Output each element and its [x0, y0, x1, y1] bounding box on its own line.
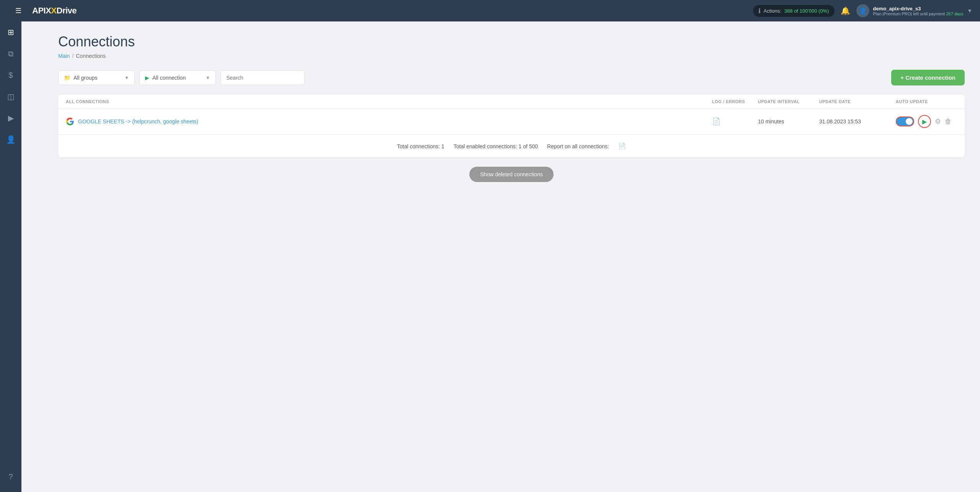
menu-icon: ☰	[15, 7, 21, 15]
connections-icon: ⧉	[8, 49, 13, 58]
connection-name-cell: GOOGLE SHEETS -> (helpcrunch, google she…	[66, 117, 712, 126]
navbar-actions: ℹ Actions: 388 of 100'000 (0%) 🔔 👤 demo_…	[753, 4, 972, 17]
bell-icon[interactable]: 🔔	[841, 6, 850, 15]
run-icon: ▶	[922, 118, 927, 125]
auto-update-toggle[interactable]	[896, 116, 914, 126]
auto-update-cell: ▶ ⚙ 🗑	[896, 115, 957, 128]
folder-icon: 📁	[64, 75, 70, 81]
sidebar-item-connections[interactable]: ⧉	[0, 43, 21, 64]
breadcrumb-separator: /	[72, 53, 74, 59]
total-enabled: Total enabled connections: 1 of 500	[454, 143, 538, 149]
menu-button[interactable]: ☰	[8, 0, 29, 21]
search-box[interactable]	[220, 71, 305, 85]
chevron-down-icon: ▼	[967, 8, 972, 14]
table-header: ALL CONNECTIONS LOG / ERRORS UPDATE INTE…	[58, 95, 965, 109]
connection-chevron-icon: ▼	[206, 75, 210, 80]
logo-text: APIXXDrive	[32, 6, 77, 16]
top-navbar: ☰ APIXXDrive ℹ Actions: 388 of 100'000 (…	[0, 0, 980, 21]
run-button[interactable]: ▶	[918, 115, 931, 128]
avatar-icon: 👤	[859, 7, 867, 15]
sidebar-item-billing[interactable]: $	[0, 64, 21, 86]
user-plan: Plan |Premium PRO| left until payment 26…	[873, 11, 964, 16]
col-log-errors: LOG / ERRORS	[712, 99, 758, 104]
dollar-icon: $	[8, 71, 13, 80]
interval-value: 10 minutes	[758, 118, 784, 125]
search-input[interactable]	[226, 75, 299, 81]
interval-cell: 10 minutes	[758, 118, 819, 125]
total-connections: Total connections: 1	[397, 143, 444, 149]
table-row: GOOGLE SHEETS -> (helpcrunch, google she…	[58, 109, 965, 134]
google-icon	[66, 117, 74, 126]
user-section[interactable]: 👤 demo_apix-drive_s3 Plan |Premium PRO| …	[856, 4, 972, 17]
group-chevron-icon: ▼	[124, 75, 129, 80]
play-green-icon: ▶	[145, 75, 149, 81]
col-auto-update: AUTO UPDATE	[896, 99, 957, 104]
sidebar-item-runs[interactable]: ▶	[0, 107, 21, 129]
log-cell: 📄	[712, 117, 758, 126]
show-deleted-button[interactable]: Show deleted connections	[469, 167, 553, 182]
col-all-connections: ALL CONNECTIONS	[66, 99, 712, 104]
settings-icon[interactable]: ⚙	[935, 117, 941, 126]
username: demo_apix-drive_s3	[873, 6, 964, 11]
actions-count: 388 of 100'000 (0%)	[784, 8, 829, 14]
connection-link[interactable]: GOOGLE SHEETS -> (helpcrunch, google she…	[78, 118, 198, 125]
page-title: Connections	[58, 34, 965, 50]
col-update-date: UPDATE DATE	[819, 99, 896, 104]
report-label: Report on all connections:	[547, 143, 609, 149]
stats-row: Total connections: 1 Total enabled conne…	[58, 134, 965, 157]
user-info: demo_apix-drive_s3 Plan |Premium PRO| le…	[873, 6, 964, 16]
avatar: 👤	[856, 4, 869, 17]
sidebar-item-projects[interactable]: ◫	[0, 86, 21, 107]
sidebar-item-help[interactable]: ?	[0, 466, 21, 487]
sidebar: ⊞ ⧉ $ ◫ ▶ 👤 ?	[0, 21, 21, 492]
date-cell: 31.08.2023 15:53	[819, 118, 896, 125]
actions-label: Actions:	[764, 8, 781, 14]
home-icon: ⊞	[8, 28, 14, 37]
briefcase-icon: ◫	[7, 92, 15, 101]
report-icon[interactable]: 📄	[618, 143, 626, 150]
sidebar-item-profile[interactable]: 👤	[0, 129, 21, 150]
breadcrumb: Main / Connections	[58, 53, 965, 59]
user-icon: 👤	[6, 135, 16, 144]
question-icon: ?	[8, 472, 13, 481]
sidebar-item-dashboard[interactable]: ⊞	[0, 21, 21, 43]
breadcrumb-current: Connections	[76, 53, 106, 59]
log-icon[interactable]: 📄	[712, 118, 720, 125]
group-filter-label: All groups	[74, 75, 121, 81]
filters-row: 📁 All groups ▼ ▶ All connection ▼ + Crea…	[58, 70, 965, 85]
connection-filter[interactable]: ▶ All connection ▼	[139, 71, 216, 85]
group-filter[interactable]: 📁 All groups ▼	[58, 71, 135, 85]
logo: APIXXDrive	[32, 6, 77, 16]
actions-badge[interactable]: ℹ Actions: 388 of 100'000 (0%)	[753, 5, 835, 17]
col-update-interval: UPDATE INTERVAL	[758, 99, 819, 104]
connections-table: ALL CONNECTIONS LOG / ERRORS UPDATE INTE…	[58, 95, 965, 157]
main-content: Connections Main / Connections 📁 All gro…	[43, 21, 980, 492]
info-icon: ℹ	[758, 7, 761, 15]
play-icon: ▶	[8, 113, 14, 123]
breadcrumb-main-link[interactable]: Main	[58, 53, 70, 59]
delete-icon[interactable]: 🗑	[945, 118, 952, 126]
create-connection-button[interactable]: + Create connection	[891, 70, 965, 85]
date-value: 31.08.2023 15:53	[819, 118, 861, 125]
connection-filter-label: All connection	[152, 75, 203, 81]
